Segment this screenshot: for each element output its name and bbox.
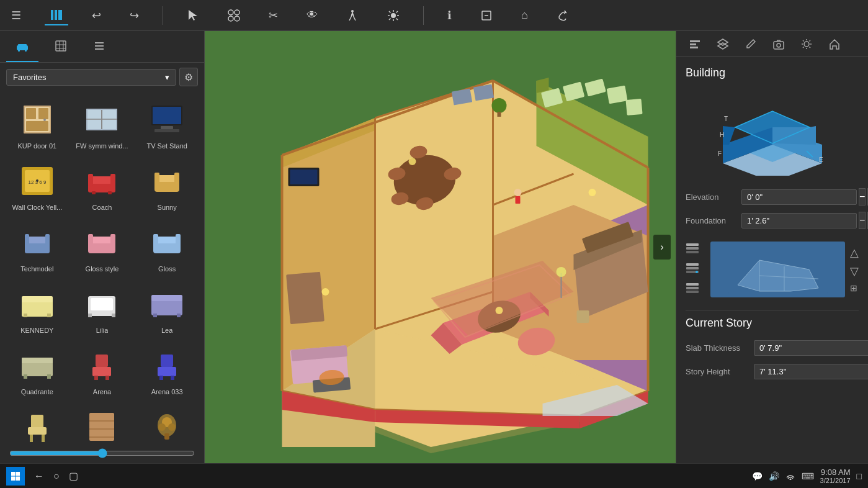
kup-door-label: KUP door 01 (17, 142, 56, 150)
story-height-label: Story Height (686, 367, 754, 376)
svg-rect-36 (26, 121, 48, 131)
windows-button[interactable] (6, 467, 25, 486)
svg-rect-93 (161, 355, 173, 367)
svg-line-14 (389, 11, 391, 13)
item-plant[interactable]: Plant (136, 402, 198, 443)
item-arena[interactable]: Arena (71, 340, 133, 399)
item-kup-door[interactable]: KUP door 01 (6, 94, 68, 153)
select-icon[interactable] (182, 7, 204, 24)
slab-thickness-input[interactable] (754, 340, 868, 356)
building-3d-view: F H T E (686, 89, 859, 176)
svg-rect-56 (108, 191, 112, 194)
back-button[interactable]: ← (34, 471, 44, 482)
group-icon[interactable] (223, 7, 245, 24)
canvas-expand-arrow[interactable]: › (653, 235, 671, 260)
share-icon[interactable] (552, 7, 574, 24)
floor-mini-map[interactable] (710, 242, 845, 297)
multitask-button[interactable]: ▢ (69, 470, 78, 482)
svg-rect-76 (47, 314, 51, 317)
favorites-dropdown[interactable]: Favorites ▾ (6, 69, 176, 86)
svg-rect-96 (171, 376, 174, 380)
kup-door-thumb (12, 97, 62, 141)
left-tabs (0, 31, 204, 63)
cortana-button[interactable]: ○ (53, 471, 60, 482)
layer-tab[interactable] (710, 34, 735, 56)
floor-expand-icon[interactable]: ⊞ (850, 283, 859, 293)
sun-icon[interactable] (382, 7, 405, 24)
zoom-slider[interactable] (9, 448, 195, 458)
svg-point-175 (409, 158, 416, 165)
item-wall-clock[interactable]: 12 3 6 9 Wall Clock Yell... (6, 156, 68, 214)
view-icon[interactable]: 👁 (302, 6, 323, 24)
align-tab[interactable] (682, 34, 707, 56)
walk-icon[interactable] (341, 7, 364, 24)
house-settings-tab[interactable] (822, 34, 847, 56)
list-tab[interactable] (83, 34, 115, 62)
floor-config-icon[interactable] (686, 282, 699, 296)
svg-rect-59 (154, 173, 159, 184)
foundation-decrease-button[interactable]: − (859, 212, 866, 229)
volume-icon[interactable]: 🔊 (769, 471, 779, 481)
elevation-input[interactable] (741, 189, 857, 205)
item-coach[interactable]: Coach (71, 156, 133, 214)
svg-rect-227 (16, 476, 20, 481)
design-tab[interactable] (45, 34, 77, 62)
svg-rect-179 (690, 40, 700, 42)
favorites-bar: Favorites ▾ ⚙ (0, 63, 204, 91)
svg-point-9 (391, 13, 396, 18)
redo-icon[interactable]: ↪ (125, 6, 144, 25)
scissors-icon[interactable]: ✂ (264, 6, 283, 25)
arena-thumb (77, 343, 127, 387)
item-techmodel[interactable]: Techmodel (6, 217, 68, 276)
undo-icon[interactable]: ↩ (87, 6, 106, 25)
svg-rect-109 (164, 433, 169, 440)
favorites-gear-button[interactable]: ⚙ (179, 68, 198, 86)
lea-thumb (142, 282, 192, 325)
floor-list-icon[interactable] (686, 243, 699, 256)
svg-point-164 (514, 189, 522, 196)
item-lilia[interactable]: Lilia (71, 279, 133, 337)
library-icon[interactable] (45, 6, 68, 25)
item-fw-window[interactable]: FW symm wind... (71, 94, 133, 153)
svg-rect-71 (153, 234, 158, 245)
floor-add-icon[interactable] (686, 263, 699, 276)
center-canvas[interactable]: › (205, 31, 676, 463)
item-shelf[interactable]: Shelf (71, 402, 133, 443)
item-gloss-style[interactable]: Gloss style (71, 217, 133, 276)
home2-icon[interactable]: ⌂ (516, 6, 533, 24)
export-icon[interactable] (475, 7, 498, 24)
item-tv-stand[interactable]: TV Set Stand (136, 94, 198, 153)
network-icon[interactable] (785, 470, 795, 482)
edit-tab[interactable] (738, 34, 763, 56)
furniture-tab[interactable] (6, 34, 38, 62)
item-chair2[interactable]: Chair (6, 402, 68, 443)
quadrante-thumb (12, 343, 62, 387)
item-lea[interactable]: Lea (136, 279, 198, 337)
floor-down-icon[interactable]: ▽ (850, 264, 859, 278)
svg-rect-91 (94, 376, 98, 380)
info-icon[interactable]: ℹ (442, 6, 457, 25)
chat-icon[interactable]: 💬 (752, 471, 763, 481)
story-height-row: Story Height − + (686, 363, 859, 380)
floor-up-icon[interactable]: △ (850, 246, 859, 260)
svg-rect-46 (154, 129, 179, 132)
item-arena033[interactable]: Arena 033 (136, 340, 198, 399)
svg-point-186 (804, 42, 809, 47)
item-sunny[interactable]: Sunny (136, 156, 198, 214)
item-quadrante[interactable]: Quadrante (6, 340, 68, 399)
camera-tab[interactable] (766, 34, 791, 56)
svg-rect-94 (158, 367, 176, 376)
story-height-input[interactable] (754, 364, 868, 379)
render-sun-tab[interactable] (794, 34, 819, 56)
foundation-row: Foundation − + (686, 212, 859, 229)
elevation-decrease-button[interactable]: − (859, 188, 866, 206)
item-gloss[interactable]: Gloss (136, 217, 198, 276)
notification-icon[interactable]: □ (857, 471, 862, 481)
keyboard-icon[interactable]: ⌨ (802, 471, 814, 481)
foundation-input[interactable] (741, 213, 857, 228)
item-kennedy[interactable]: KENNEDY (6, 279, 68, 337)
fw-window-thumb (77, 97, 127, 141)
svg-rect-35 (38, 108, 48, 119)
menu-icon[interactable]: ☰ (6, 6, 26, 25)
svg-rect-78 (91, 298, 113, 310)
